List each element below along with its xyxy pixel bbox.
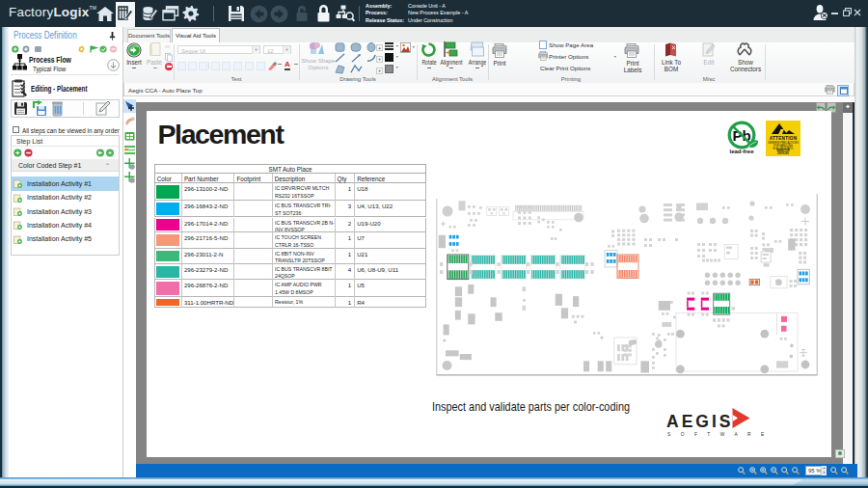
- svg-text:lead-free: lead-free: [729, 149, 754, 154]
- svg-text:DEVICES: DEVICES: [777, 151, 789, 155]
- svg-text:ATTENTION: ATTENTION: [770, 136, 798, 141]
